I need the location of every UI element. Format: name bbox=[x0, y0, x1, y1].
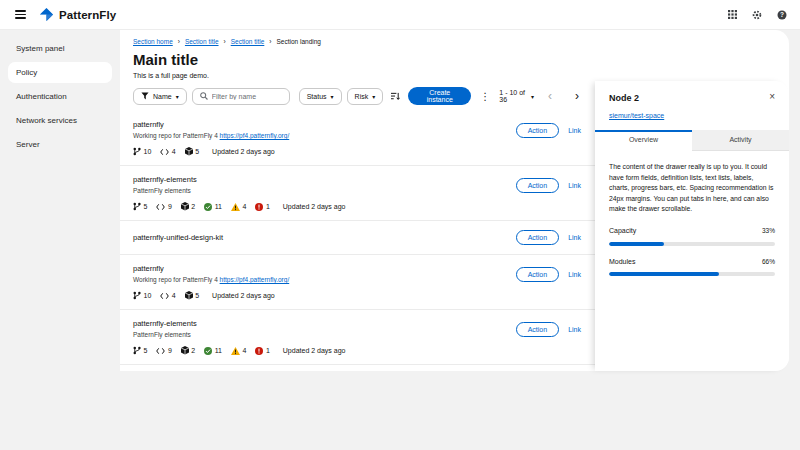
exclamation-circle-icon bbox=[255, 203, 263, 211]
breadcrumb-link[interactable]: Section home bbox=[133, 38, 173, 45]
hamburger-menu-icon[interactable] bbox=[13, 8, 28, 21]
action-button[interactable]: Action bbox=[516, 230, 559, 245]
sidebar-item-server[interactable]: Server bbox=[8, 134, 112, 155]
page-title: Main title bbox=[133, 51, 773, 68]
pagination-dropdown[interactable]: 1 - 10 of 36 ▾ bbox=[499, 89, 534, 103]
settings-gear-icon[interactable] bbox=[752, 10, 762, 20]
list-pane: Name ▾ Status ▾ Risk ▾ bbox=[120, 81, 595, 371]
badge-value: 11 bbox=[215, 347, 222, 354]
action-button[interactable]: Action bbox=[516, 178, 559, 193]
breadcrumb-link[interactable]: Section title bbox=[231, 38, 265, 45]
kebab-menu-icon[interactable]: ⋮ bbox=[476, 91, 494, 102]
list-item: patternfly-elements PatternFly elements … bbox=[120, 310, 595, 365]
drawer-space-link[interactable]: siemur/test-space bbox=[609, 112, 664, 119]
sidebar-item-system-panel[interactable]: System panel bbox=[8, 38, 112, 59]
sort-icon[interactable] bbox=[388, 92, 403, 101]
row-link[interactable]: Link bbox=[568, 271, 581, 278]
modules-label: Modules bbox=[609, 257, 635, 268]
sidebar-item-policy[interactable]: Policy bbox=[8, 62, 112, 83]
badge-value: 10 bbox=[144, 148, 152, 155]
close-icon[interactable]: × bbox=[769, 93, 775, 101]
breadcrumb-separator-icon: › bbox=[178, 38, 180, 45]
next-page-button[interactable]: › bbox=[566, 91, 585, 101]
action-button[interactable]: Action bbox=[516, 322, 559, 337]
list-item: patternfly-elements PatternFly elements … bbox=[120, 166, 595, 221]
patternfly-logo-icon bbox=[39, 7, 54, 22]
badge-value: 9 bbox=[168, 203, 172, 210]
drawer-title: Node 2 bbox=[609, 93, 639, 103]
tab-overview[interactable]: Overview bbox=[595, 130, 692, 151]
row-link[interactable]: Link bbox=[568, 182, 581, 189]
row-link[interactable]: Link bbox=[568, 326, 581, 333]
data-list: patternfly Working repo for PatternFly 4… bbox=[120, 111, 595, 371]
page-header: Section home › Section title › Section t… bbox=[120, 30, 789, 81]
warning-triangle-icon bbox=[231, 347, 240, 355]
prev-page-button[interactable]: ‹ bbox=[539, 91, 561, 101]
action-button[interactable]: Action bbox=[516, 267, 559, 282]
badge-value: 4 bbox=[172, 148, 176, 155]
caret-down-icon: ▾ bbox=[372, 93, 375, 100]
sidebar-nav: System panel Policy Authentication Netwo… bbox=[0, 30, 120, 450]
row-link[interactable]: Link bbox=[568, 234, 581, 241]
drawer-description: The content of the drawer really is up t… bbox=[609, 162, 775, 215]
main-card: Section home › Section title › Section t… bbox=[120, 30, 789, 371]
caret-down-icon: ▾ bbox=[176, 93, 179, 100]
svg-text:?: ? bbox=[780, 11, 784, 18]
cube-icon bbox=[185, 147, 193, 156]
cube-icon bbox=[181, 202, 189, 211]
repo-title: patternfly-elements bbox=[133, 175, 345, 184]
action-button[interactable]: Action bbox=[516, 123, 559, 138]
repo-url-link[interactable]: https://pf4.patternfly.org/ bbox=[220, 132, 290, 139]
page-subtitle: This is a full page demo. bbox=[133, 72, 773, 79]
badge-value: 10 bbox=[144, 292, 152, 299]
tab-activity[interactable]: Activity bbox=[692, 130, 789, 151]
breadcrumb-separator-icon: › bbox=[269, 38, 271, 45]
badge-value: 5 bbox=[144, 203, 148, 210]
risk-dropdown[interactable]: Risk ▾ bbox=[347, 88, 384, 105]
brand-name: PatternFly bbox=[59, 9, 116, 21]
updated-text: Updated 2 days ago bbox=[212, 292, 275, 299]
breadcrumb: Section home › Section title › Section t… bbox=[133, 38, 773, 45]
repo-description: PatternFly elements bbox=[133, 331, 191, 338]
list-item: patternfly Working repo for PatternFly 4… bbox=[120, 255, 595, 310]
modules-metric: Modules 66% bbox=[609, 257, 775, 277]
sidebar-item-authentication[interactable]: Authentication bbox=[8, 86, 112, 107]
badge-value: 5 bbox=[144, 347, 148, 354]
status-label: Status bbox=[307, 93, 327, 100]
code-branch-icon bbox=[133, 346, 141, 355]
badge-value: 4 bbox=[243, 347, 247, 354]
sidebar-item-network-services[interactable]: Network services bbox=[8, 110, 112, 131]
status-dropdown[interactable]: Status ▾ bbox=[299, 88, 342, 105]
badge-value: 9 bbox=[168, 347, 172, 354]
row-link[interactable]: Link bbox=[568, 127, 581, 134]
apps-grid-icon[interactable] bbox=[728, 10, 737, 19]
search-input[interactable] bbox=[212, 93, 282, 100]
search-control bbox=[192, 88, 290, 105]
code-icon bbox=[160, 292, 169, 300]
name-filter-label: Name bbox=[153, 93, 172, 100]
badge-value: 5 bbox=[195, 148, 199, 155]
name-filter-dropdown[interactable]: Name ▾ bbox=[133, 88, 187, 105]
updated-text: Updated 2 days ago bbox=[283, 203, 346, 210]
details-drawer: Node 2 × siemur/test-space Overview Acti… bbox=[595, 81, 789, 371]
badge-value: 4 bbox=[243, 203, 247, 210]
brand: PatternFly bbox=[39, 7, 116, 22]
breadcrumb-link[interactable]: Section title bbox=[185, 38, 219, 45]
repo-title: patternfly bbox=[133, 264, 289, 273]
capacity-metric: Capacity 33% bbox=[609, 226, 775, 246]
help-icon[interactable]: ? bbox=[777, 10, 787, 20]
caret-down-icon: ▾ bbox=[531, 93, 534, 100]
capacity-progress-bar bbox=[609, 242, 775, 246]
create-instance-button[interactable]: Create instance bbox=[408, 87, 471, 105]
repo-url-link[interactable]: https://pf4.patternfly.org/ bbox=[220, 276, 290, 283]
repo-description: Working repo for PatternFly 4 bbox=[133, 132, 218, 139]
repo-description: Working repo for PatternFly 4 bbox=[133, 276, 218, 283]
check-circle-icon bbox=[204, 347, 212, 355]
badge-value: 2 bbox=[191, 203, 195, 210]
badge-value: 5 bbox=[195, 292, 199, 299]
exclamation-circle-icon bbox=[255, 347, 263, 355]
caret-down-icon: ▾ bbox=[331, 93, 334, 100]
code-branch-icon bbox=[133, 202, 141, 211]
badge-value: 11 bbox=[215, 203, 222, 210]
cube-icon bbox=[181, 346, 189, 355]
